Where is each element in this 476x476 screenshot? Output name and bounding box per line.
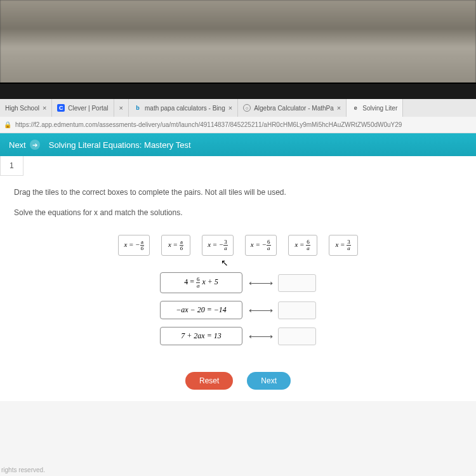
matching-pairs: 4 = 6a x + 5 ⟵⟶ −ax − 20 = −14 ⟵⟶ 7 + 2a… (0, 272, 476, 360)
double-arrow-icon: ⟵⟶ (249, 305, 272, 315)
mathpapa-favicon: ○ (243, 104, 251, 112)
footer-text: rights reserved. (1, 466, 45, 473)
tab-label: Clever | Portal (68, 105, 108, 112)
tile-option[interactable]: x = −a6 (118, 235, 150, 256)
clever-favicon: C (57, 104, 65, 112)
close-icon[interactable]: × (228, 104, 232, 112)
next-label: Next (9, 140, 26, 150)
address-bar[interactable]: 🔒 https://f2.app.edmentum.com/assessment… (0, 117, 476, 133)
content-area: 1 Drag the tiles to the correct boxes to… (0, 156, 476, 401)
drop-target[interactable] (278, 301, 316, 319)
tile-option[interactable]: x = a6 (161, 235, 190, 256)
double-arrow-icon: ⟵⟶ (249, 278, 272, 288)
tab-blank[interactable]: × (114, 99, 129, 117)
next-button[interactable]: Next (247, 372, 291, 390)
pair-row: 4 = 6a x + 5 ⟵⟶ (160, 272, 316, 293)
tab-label: Algebra Calculator - MathPa (254, 105, 334, 112)
question-tab-1[interactable]: 1 (0, 156, 23, 176)
close-icon[interactable]: × (119, 104, 123, 112)
url-text: https://f2.app.edmentum.com/assessments-… (15, 121, 402, 128)
tab-algebra-calc[interactable]: ○ Algebra Calculator - MathPa × (238, 99, 347, 117)
close-icon[interactable]: × (43, 104, 46, 112)
tile-option[interactable]: x = −3a (202, 235, 234, 256)
browser-tabs-bar: High School × C Clever | Portal × b math… (0, 99, 476, 117)
classroom-backdrop (0, 0, 476, 95)
tile-option[interactable]: x = 6a (288, 235, 317, 256)
equation-box: 4 = 6a x + 5 (160, 272, 242, 293)
instruction-line-1: Drag the tiles to the correct boxes to c… (14, 186, 462, 200)
double-arrow-icon: ⟵⟶ (249, 331, 272, 341)
arrow-right-icon: ➔ (30, 140, 40, 150)
equation-box: 7 + 2ax = 13 (160, 327, 242, 345)
equation-box: −ax − 20 = −14 (160, 301, 242, 319)
tab-solving-literal[interactable]: e Solving Liter (347, 99, 403, 117)
action-buttons: Reset Next (0, 360, 476, 401)
tab-high-school[interactable]: High School × (0, 99, 52, 117)
page-title: Solving Literal Equations: Mastery Test (49, 140, 191, 150)
instructions: Drag the tiles to the correct boxes to c… (0, 176, 476, 223)
tab-label: Solving Liter (362, 105, 397, 112)
tile-option[interactable]: x = 3a (329, 235, 358, 256)
app-header: Next ➔ Solving Literal Equations: Master… (0, 133, 476, 156)
pair-row: −ax − 20 = −14 ⟵⟶ (160, 301, 316, 319)
tab-clever[interactable]: C Clever | Portal (52, 99, 114, 117)
pair-row: 7 + 2ax = 13 ⟵⟶ (160, 327, 316, 345)
drop-target[interactable] (278, 327, 316, 345)
edmentum-favicon: e (352, 104, 359, 112)
tab-mathpapa-bing[interactable]: b math papa calculators - Bing × (129, 99, 238, 117)
bing-favicon: b (134, 104, 142, 112)
browser-screen: High School × C Clever | Portal × b math… (0, 99, 476, 476)
drop-target[interactable] (278, 274, 316, 292)
lock-icon: 🔒 (4, 121, 11, 128)
next-nav-button[interactable]: Next ➔ (9, 140, 40, 150)
instruction-line-2: Solve the equations for x and match the … (14, 206, 462, 220)
close-icon[interactable]: × (337, 104, 341, 112)
tab-label: High School (5, 105, 39, 112)
reset-button[interactable]: Reset (185, 372, 233, 390)
tile-option[interactable]: x = −6a (245, 235, 277, 256)
answer-tiles-row: x = −a6 x = a6 x = −3a x = −6a x = 6a x … (0, 223, 476, 272)
tab-label: math papa calculators - Bing (145, 105, 225, 112)
